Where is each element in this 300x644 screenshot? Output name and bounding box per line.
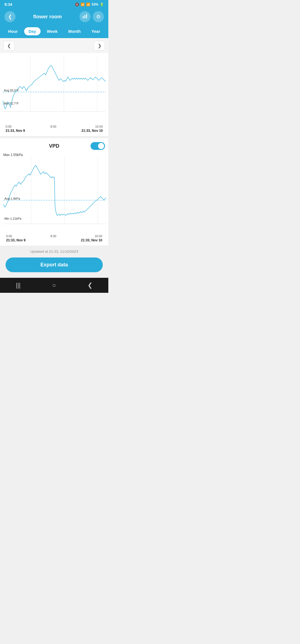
signal-icon: 📶 — [86, 3, 90, 6]
chart-dates: 21:33, Nov 9 21:33, Nov 10 — [3, 128, 106, 136]
vpd-header: VPD — [3, 142, 105, 150]
svg-text:Avg 55.6°F: Avg 55.6°F — [4, 89, 19, 92]
vpd-date-left: 21:33, Nov 9 — [6, 238, 26, 242]
tab-year[interactable]: Year — [87, 27, 105, 35]
vpd-title: VPD — [18, 143, 91, 149]
temperature-chart: Avg 55.6°F Min 52.7°F 0:00 8:00 16:00 21… — [0, 53, 108, 136]
svg-rect-0 — [83, 16, 84, 18]
vpd-time-16: 16:00 — [94, 234, 102, 238]
tab-hour[interactable]: Hour — [4, 27, 22, 35]
wifi-icon: 📶 — [81, 3, 85, 6]
back-nav-icon[interactable]: ❮ — [88, 282, 92, 289]
prev-button[interactable]: ❮ — [3, 41, 14, 50]
mute-icon: 🔇 — [75, 3, 79, 6]
vpd-svg: Avg 1.4kPa Min 1.21kPa — [3, 157, 106, 232]
settings-button[interactable]: ⚙ — [93, 11, 104, 22]
header-actions: ⚙ — [79, 11, 104, 22]
prev-icon: ❮ — [7, 43, 11, 48]
vpd-time-0: 0:00 — [6, 234, 12, 238]
time-16: 16:00 — [95, 125, 103, 128]
time-0: 0:00 — [6, 125, 11, 128]
svg-rect-2 — [86, 14, 87, 18]
app-header: ❮ flower room ⚙ — [0, 9, 108, 26]
next-icon: ❯ — [98, 43, 101, 48]
bottom-nav-bar: ||| ○ ❮ — [0, 278, 108, 293]
status-icons: 🔇 📶 📶 53% 🔋 — [75, 3, 104, 6]
svg-text:Min 52.7°F: Min 52.7°F — [4, 102, 19, 105]
tab-week[interactable]: Week — [42, 27, 62, 35]
back-icon: ❮ — [8, 14, 12, 20]
svg-rect-1 — [84, 15, 85, 18]
battery-icon: 🔋 — [100, 3, 104, 6]
vpd-chart-section: VPD Max 1.55kPa Avg 1.4kPa Min 1.21kPa 0… — [0, 138, 108, 246]
chart-button[interactable] — [79, 11, 91, 22]
battery-label: 53% — [92, 3, 98, 6]
vpd-times: 0:00 8:00 16:00 — [3, 233, 105, 238]
vpd-chart: Avg 1.4kPa Min 1.21kPa — [3, 157, 105, 233]
next-button[interactable]: ❯ — [94, 41, 105, 50]
vpd-max-label: Max 1.55kPa — [3, 152, 105, 157]
export-button[interactable]: Export data — [6, 257, 103, 272]
settings-icon: ⚙ — [96, 14, 101, 20]
home-icon[interactable]: ○ — [52, 282, 56, 289]
status-bar: 9:34 🔇 📶 📶 53% 🔋 — [0, 0, 108, 9]
footer: Updated at 21:33, 11/10/2023 Export data — [0, 246, 108, 278]
svg-text:Min 1.21kPa: Min 1.21kPa — [4, 217, 22, 220]
chart-nav-row: ❮ ❯ — [0, 38, 108, 53]
vpd-toggle[interactable] — [91, 142, 105, 150]
temperature-svg: Avg 55.6°F Min 52.7°F — [3, 56, 106, 123]
chart-icon — [82, 13, 88, 20]
time-8: 8:00 — [50, 125, 56, 128]
vpd-dates: 21:33, Nov 9 21:33, Nov 10 — [3, 238, 105, 246]
vpd-time-8: 8:00 — [50, 234, 56, 238]
chart-times: 0:00 8:00 16:00 — [3, 124, 106, 128]
tab-bar: Hour Day Week Month Year — [0, 26, 108, 38]
recent-apps-icon[interactable]: ||| — [16, 282, 21, 289]
date-right: 21:33, Nov 10 — [81, 129, 103, 133]
date-left: 21:33, Nov 9 — [6, 129, 25, 133]
tab-day[interactable]: Day — [24, 27, 41, 35]
page-title: flower room — [33, 14, 62, 20]
back-button[interactable]: ❮ — [4, 11, 16, 22]
temperature-chart-section: ❮ ❯ Avg 55.6°F Min 52.7°F 0:00 8:00 16:0… — [0, 38, 108, 136]
status-time: 9:34 — [4, 2, 12, 7]
svg-text:Avg 1.4kPa: Avg 1.4kPa — [4, 197, 20, 200]
vpd-date-right: 21:33, Nov 10 — [81, 238, 102, 242]
updated-text: Updated at 21:33, 11/10/2023 — [6, 249, 103, 254]
tab-month[interactable]: Month — [64, 27, 85, 35]
